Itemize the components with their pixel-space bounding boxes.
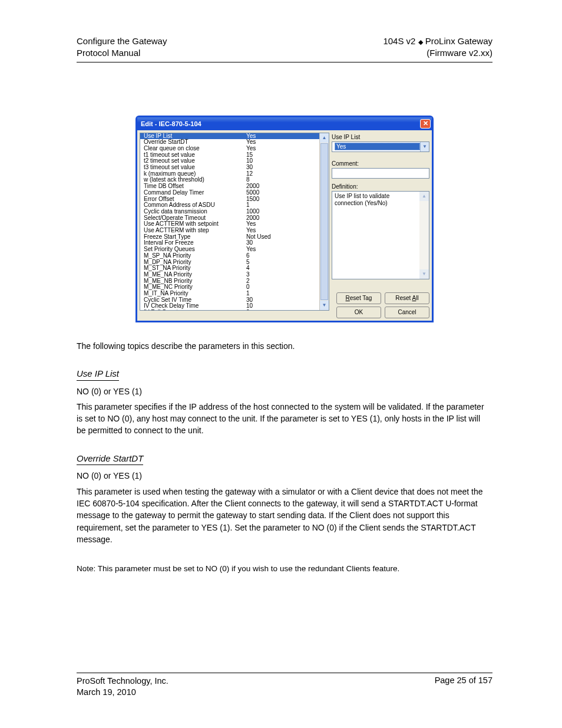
cancel-button[interactable]: Cancel xyxy=(385,307,429,318)
dialog-title: Edit - IEC-870-5-104 xyxy=(141,120,201,127)
chevron-down-icon[interactable]: ▼ xyxy=(420,142,429,151)
section-note: Note: This parameter must be set to NO (… xyxy=(77,563,491,575)
scroll-down-icon[interactable]: ▼ xyxy=(320,301,329,310)
header-right-1b: ProLinx Gateway xyxy=(425,36,492,46)
definition-label: Definition: xyxy=(332,183,429,190)
close-icon: ✕ xyxy=(423,120,428,127)
reset-all-button[interactable]: Reset All xyxy=(385,292,429,304)
param-value: Yes xyxy=(246,146,256,152)
textarea-scrollbar[interactable]: ▲ ▼ xyxy=(419,192,429,279)
definition-text: Use IP list to validate connection (Yes/… xyxy=(335,193,389,206)
list-item[interactable]: Command Delay Timer5000 xyxy=(140,190,319,196)
comment-input[interactable] xyxy=(332,168,429,179)
scroll-thumb[interactable] xyxy=(320,143,328,300)
scroll-down-icon[interactable]: ▼ xyxy=(419,269,429,279)
comment-label: Comment: xyxy=(332,160,429,167)
close-button[interactable]: ✕ xyxy=(420,119,431,129)
dialog-titlebar[interactable]: Edit - IEC-870-5-104 ✕ xyxy=(137,117,432,130)
right-pane: Use IP List Yes ▼ Comment: Definition: U… xyxy=(332,133,429,318)
reset-tag-button[interactable]: Reset Tag xyxy=(336,292,381,304)
dropdown-selected: Yes xyxy=(335,143,420,150)
footer-pagenum: Page 25 of 157 xyxy=(435,676,492,699)
section-body: This parameter specifies if the IP addre… xyxy=(77,401,491,437)
scroll-up-icon[interactable]: ▲ xyxy=(419,192,429,201)
param-value: 6 xyxy=(246,253,250,259)
section-body: This parameter is used when testing the … xyxy=(77,486,491,545)
section-heading: Override StartDT xyxy=(77,452,143,466)
scrollbar[interactable]: ▲ ▼ xyxy=(319,133,329,310)
header-right-2: (Firmware v2.xx) xyxy=(427,48,492,58)
header-right: 104S v2 ◆ ProLinx Gateway (Firmware v2.x… xyxy=(383,35,492,60)
ok-button[interactable]: OK xyxy=(336,307,381,318)
param-name: Command Delay Timer xyxy=(144,190,246,196)
footer-date: March 19, 2010 xyxy=(77,687,136,697)
value-dropdown[interactable]: Yes ▼ xyxy=(332,141,429,152)
definition-textarea[interactable]: Use IP list to validate connection (Yes/… xyxy=(332,191,429,279)
body-text: The following topics describe the parame… xyxy=(77,340,491,575)
section-options: NO (0) or YES (1) xyxy=(77,386,491,397)
header-right-1a: 104S v2 xyxy=(383,36,415,46)
param-name: Clear queue on close xyxy=(144,146,246,152)
header-left: Configure the Gateway Protocol Manual xyxy=(77,35,167,60)
intro-text: The following topics describe the parame… xyxy=(77,340,491,352)
param-value: 5000 xyxy=(246,190,259,196)
header-left-line2: Protocol Manual xyxy=(77,48,140,58)
field-label: Use IP List xyxy=(332,134,429,140)
diamond-icon: ◆ xyxy=(418,38,423,45)
list-item[interactable]: Clear queue on closeYes xyxy=(140,146,319,152)
edit-dialog: Edit - IEC-870-5-104 ✕ Use IP ListYesOve… xyxy=(135,116,434,322)
param-name: M_SP_NA Priority xyxy=(144,253,246,259)
list-item[interactable]: M_SP_NA Priority6 xyxy=(140,253,319,259)
parameter-list[interactable]: Use IP ListYesOverride StartDTYesClear q… xyxy=(140,133,329,311)
section-options: NO (0) or YES (1) xyxy=(77,470,491,482)
page-header: Configure the Gateway Protocol Manual 10… xyxy=(77,35,492,62)
section-heading: Use IP List xyxy=(77,367,119,381)
page-footer: ProSoft Technology, Inc. March 19, 2010 … xyxy=(77,673,492,699)
scroll-up-icon[interactable]: ▲ xyxy=(320,133,329,143)
footer-company: ProSoft Technology, Inc. xyxy=(77,676,168,686)
header-left-line1: Configure the Gateway xyxy=(77,36,167,46)
